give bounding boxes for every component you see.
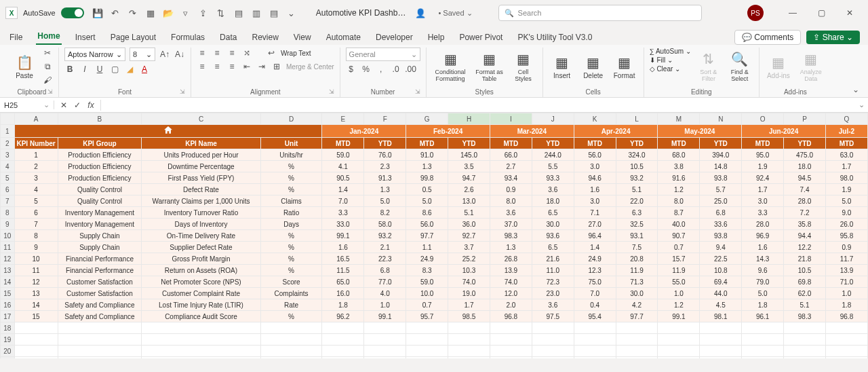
cell-value[interactable]: 19.0: [448, 288, 490, 299]
cell-value[interactable]: 8.0: [658, 196, 700, 207]
cell-value[interactable]: 1.3: [364, 184, 406, 196]
cell-value[interactable]: 11.7: [825, 253, 867, 265]
cell-value[interactable]: 12.0: [490, 288, 532, 299]
tab-formulas[interactable]: Formulas: [170, 30, 206, 45]
cell-value[interactable]: 0.9: [490, 184, 532, 196]
cell-unit[interactable]: Complaints: [260, 288, 322, 299]
month-mar[interactable]: Mar-2024: [490, 125, 574, 138]
col-M[interactable]: M: [658, 113, 700, 125]
col-L[interactable]: L: [616, 113, 658, 125]
cell-value[interactable]: 79.0: [742, 276, 784, 288]
cell-value[interactable]: 11.9: [658, 265, 700, 276]
cell-value[interactable]: 72.3: [532, 276, 574, 288]
cell-value[interactable]: 37.0: [490, 219, 532, 230]
hdr-ytd[interactable]: YTD: [616, 138, 658, 149]
autosave-toggle[interactable]: [61, 7, 84, 18]
cell-value[interactable]: 394.0: [700, 149, 742, 161]
hdr-mtd[interactable]: MTD: [742, 138, 784, 149]
col-F[interactable]: F: [364, 113, 406, 125]
cell-value[interactable]: 6.8: [364, 265, 406, 276]
cell-value[interactable]: 33.0: [322, 219, 364, 230]
cell-value[interactable]: 65.0: [322, 276, 364, 288]
cell-value[interactable]: 93.1: [616, 230, 658, 242]
month-apr[interactable]: Apr-2024: [574, 125, 658, 138]
percent-icon[interactable]: %: [361, 64, 372, 75]
cell-value[interactable]: 4.1: [322, 161, 364, 172]
collapse-ribbon-button[interactable]: ⌄: [849, 48, 863, 97]
cell-value[interactable]: 16.0: [322, 288, 364, 299]
font-name-select[interactable]: Aptos Narrow⌄: [64, 48, 125, 61]
cell-value[interactable]: 96.2: [322, 311, 364, 322]
comma-icon[interactable]: ,: [376, 64, 387, 75]
empty-cell[interactable]: [825, 346, 867, 357]
cell-kpi-group[interactable]: Financial Performance: [58, 253, 142, 265]
month-feb[interactable]: Feb-2024: [406, 125, 490, 138]
empty-cell[interactable]: [742, 322, 784, 334]
enter-fx-icon[interactable]: ✓: [72, 100, 83, 111]
cell-value[interactable]: 99.1: [322, 230, 364, 242]
empty-cell[interactable]: [616, 334, 658, 346]
align-bot-icon[interactable]: ≡: [226, 48, 237, 58]
cell-value[interactable]: 12.2: [784, 242, 826, 253]
col-Q[interactable]: Q: [825, 113, 867, 125]
cell-unit[interactable]: %: [260, 242, 322, 253]
cell-value[interactable]: 5.1: [784, 299, 826, 311]
tab-insert[interactable]: Insert: [74, 30, 97, 45]
empty-cell[interactable]: [616, 357, 658, 359]
row-9[interactable]: 9: [1, 219, 15, 230]
cell-value[interactable]: 1.0: [825, 288, 867, 299]
cell-value[interactable]: 2.7: [490, 161, 532, 172]
cell-value[interactable]: 94.4: [784, 230, 826, 242]
expand-fx-icon[interactable]: ⌄: [854, 100, 868, 109]
empty-cell[interactable]: [700, 346, 742, 357]
format-button[interactable]: ▦Format: [611, 48, 638, 86]
empty-cell[interactable]: [58, 346, 142, 357]
number-format-select[interactable]: General⌄: [346, 48, 420, 61]
cell-value[interactable]: 9.0: [825, 207, 867, 219]
cell-unit[interactable]: %: [260, 265, 322, 276]
cell-value[interactable]: 10.0: [406, 288, 448, 299]
cell-value[interactable]: 98.5: [448, 311, 490, 322]
tab-data[interactable]: Data: [218, 30, 238, 45]
cell-value[interactable]: 98.3: [784, 311, 826, 322]
empty-cell[interactable]: [490, 357, 532, 359]
cond-fmt-button[interactable]: ▦Conditional Formatting: [432, 48, 469, 86]
cell-value[interactable]: 1.9: [742, 161, 784, 172]
cell-value[interactable]: 1.7: [742, 184, 784, 196]
row-10[interactable]: 10: [1, 230, 15, 242]
row-8[interactable]: 8: [1, 207, 15, 219]
empty-cell[interactable]: [490, 334, 532, 346]
cell-value[interactable]: 62.0: [784, 288, 826, 299]
cell-value[interactable]: 7.2: [784, 207, 826, 219]
tab-file[interactable]: File: [8, 30, 24, 45]
cell-value[interactable]: 27.0: [574, 219, 616, 230]
cell-value[interactable]: 97.5: [532, 311, 574, 322]
cell-kpi-group[interactable]: Customer Satisfaction: [58, 288, 142, 299]
row-16[interactable]: 16: [1, 299, 15, 311]
cell-value[interactable]: 1.7: [825, 161, 867, 172]
cell-value[interactable]: 0.4: [574, 299, 616, 311]
minimize-button[interactable]: —: [780, 3, 806, 22]
cell-value[interactable]: 68.0: [658, 149, 700, 161]
cell-value[interactable]: 22.3: [364, 253, 406, 265]
cell-value[interactable]: 3.3: [742, 207, 784, 219]
cell-value[interactable]: 6.5: [532, 242, 574, 253]
user-avatar[interactable]: PS: [747, 5, 764, 21]
cell-value[interactable]: 10.5: [616, 161, 658, 172]
cell-kpi-group[interactable]: Inventory Management: [58, 207, 142, 219]
empty-cell[interactable]: [406, 346, 448, 357]
cell-value[interactable]: 28.0: [742, 219, 784, 230]
currency-icon[interactable]: $: [346, 64, 357, 75]
cell-value[interactable]: 5.0: [742, 288, 784, 299]
cell-value[interactable]: 0.9: [825, 242, 867, 253]
hdr-ytd[interactable]: YTD: [532, 138, 574, 149]
cell-value[interactable]: 69.4: [700, 276, 742, 288]
copy-icon[interactable]: ⧉: [42, 61, 53, 72]
empty-cell[interactable]: [322, 334, 364, 346]
hdr-ytd[interactable]: YTD: [364, 138, 406, 149]
empty-cell[interactable]: [490, 322, 532, 334]
empty-cell[interactable]: [700, 357, 742, 359]
empty-cell[interactable]: [406, 322, 448, 334]
empty-cell[interactable]: [14, 322, 58, 334]
cell-value[interactable]: 90.7: [658, 230, 700, 242]
